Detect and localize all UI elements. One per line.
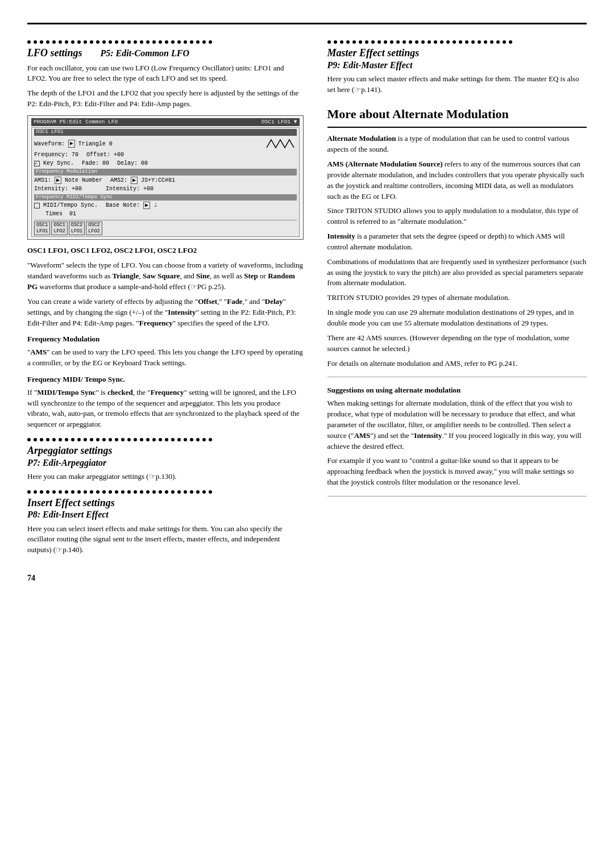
right-column: Master Effect settings P9: Edit-Master E… (324, 40, 587, 584)
screen-ams-row: AMS1: ▶ Note Number AMS2: ▶ JS+Y:CC#81 (34, 176, 297, 185)
screen-intensity-row: Intensity: +00 Intensity: +00 (34, 185, 297, 193)
alt-mod-body2: AMS (Alternate Modulation Source) refers… (327, 159, 587, 202)
master-effect-section: Master Effect settings P9: Edit-Master E… (327, 40, 587, 95)
screen-freq-mod-bar: Frequency Modulation (34, 169, 297, 176)
alt-mod-body5: Combinations of modulations that are fre… (327, 257, 587, 289)
screen-title-bar: PROGRAM P5:Edit Common LFO OSC1 LFO1 ▼ (31, 118, 300, 126)
lfo-subtitle: P5: Edit-Common LFO (101, 48, 189, 59)
screen-tab-osc2lfo2: OSC2LFO2 (86, 222, 102, 235)
screen-freq-tempo-bar: Frequency MIDI/Tempo Sync (34, 194, 297, 201)
freq-mod-body: "AMS" can be used to vary the LFO speed.… (27, 347, 304, 369)
insert-body: Here you can select insert effects and m… (27, 524, 304, 556)
freq-tempo-heading: Frequency MIDI/ Tempo Sync. (27, 374, 304, 385)
dots-row-insert (27, 490, 304, 494)
top-border (27, 23, 587, 24)
suggestions-heading: Suggestions on using alternate modulatio… (327, 385, 587, 396)
screen-waveform-row: Waveform: ▶ Triangle 0 (34, 137, 297, 151)
page: LFO settings P5: Edit-Common LFO For eac… (0, 0, 614, 868)
alt-mod-body6: TRITON STUDIO provides 29 types of alter… (327, 293, 587, 303)
screen-tab-osc2lfo1: OSC2LFO1 (69, 222, 85, 235)
alt-mod-body8: There are 42 AMS sources. (However depen… (327, 333, 587, 354)
screen-keysync-row: Key Sync. Fade: 00 Delay: 00 (34, 159, 297, 168)
suggestions-body1: When making settings for alternate modul… (327, 398, 587, 452)
screen-tab-osc1lfo2: OSC1LFO2 (51, 222, 67, 235)
screen-tabs: OSC1LFO1 OSC1LFO2 OSC2LFO1 OSC2LFO2 (34, 220, 297, 235)
arp-body: Here you can make arpeggiator settings (… (27, 471, 304, 482)
freq-mod-heading: Frequency Modulation (27, 334, 304, 345)
screen-midi-tempo-row: MIDI/Tempo Sync. Base Note: ▶ ♩ (34, 201, 297, 210)
sub1-body1: "Waveform" selects the type of LFO. You … (27, 260, 304, 293)
master-effect-body: Here you can select master effects and m… (327, 74, 587, 95)
screen-waveform-value: Triangle 0 (78, 140, 113, 148)
lfo-body2: The depth of the LFO1 and the LFO2 that … (27, 88, 304, 110)
dots-row-master (327, 40, 587, 44)
lfo-section-title-row: LFO settings P5: Edit-Common LFO (27, 47, 304, 60)
screen-osc-label: OSC1 LFO1 ▼ (262, 119, 297, 126)
screen-title-text: PROGRAM P5:Edit Common LFO (34, 119, 118, 126)
insert-subtitle: P8: Edit-Insert Effect (27, 509, 304, 520)
sub1-title-text: OSC1 LFO1, OSC1 LFO2, OSC2 LFO1, OSC2 LF… (27, 246, 197, 254)
left-column: LFO settings P5: Edit-Common LFO For eac… (27, 40, 304, 584)
master-effect-title: Master Effect settings (327, 47, 587, 60)
suggestions-body2: For example if you want to "control a gu… (327, 456, 587, 488)
sub1-body2: You can create a wide variety of effects… (27, 297, 304, 329)
alternate-modulation-section: More about Alternate Modulation Alternat… (327, 105, 587, 496)
sub1-title: OSC1 LFO1, OSC1 LFO2, OSC2 LFO1, OSC2 LF… (27, 245, 304, 256)
page-number: 74 (27, 573, 304, 584)
dots-row-lfo (27, 40, 304, 44)
arpeggiator-section: Arpeggiator settings P7: Edit-Arpeggiato… (27, 438, 304, 482)
lfo-title: LFO settings (27, 47, 82, 60)
alt-mod-body4: Intensity is a parameter that sets the d… (327, 231, 587, 253)
arp-subtitle: P7: Edit-Arpeggiator (27, 457, 304, 468)
alt-mod-body7: In single mode you can use 29 alternate … (327, 307, 587, 329)
alt-mod-body1: Alternate Modulation is a type of modula… (327, 133, 587, 155)
screen-times-row: Times 01 (34, 210, 297, 218)
waveform-preview-svg (265, 137, 297, 150)
freq-tempo-body: If "MIDI/Tempo Sync" is checked, the "Fr… (27, 387, 304, 430)
arp-title: Arpeggiator settings (27, 445, 304, 457)
alt-mod-big-title: More about Alternate Modulation (327, 105, 587, 128)
master-effect-subtitle: P9: Edit-Master Effect (327, 60, 587, 70)
midi-tempo-checkbox (34, 203, 40, 208)
right-col-inner: Master Effect settings P9: Edit-Master E… (324, 40, 587, 496)
insert-effect-section: Insert Effect settings P8: Edit-Insert E… (27, 490, 304, 556)
screen-tab-osc1lfo1: OSC1LFO1 (34, 222, 50, 235)
insert-title: Insert Effect settings (27, 497, 304, 510)
lfo-settings-section: LFO settings P5: Edit-Common LFO For eac… (27, 40, 304, 430)
screen-freq-row: Frequency: 70 Offset: +00 (34, 151, 297, 159)
lfo-body1: For each oscillator, you can use two LFO… (27, 63, 304, 85)
main-content: LFO settings P5: Edit-Common LFO For eac… (27, 40, 587, 584)
keysync-checkbox (34, 161, 40, 166)
dots-row-arp (27, 438, 304, 441)
bottom-divider (327, 496, 587, 496)
alt-mod-body9: For details on alternate modulation and … (327, 358, 587, 369)
divider (327, 377, 587, 377)
device-screen: PROGRAM P5:Edit Common LFO OSC1 LFO1 ▼ O… (27, 115, 304, 240)
alt-mod-body3: Since TRITON STUDIO allows you to apply … (327, 206, 587, 227)
